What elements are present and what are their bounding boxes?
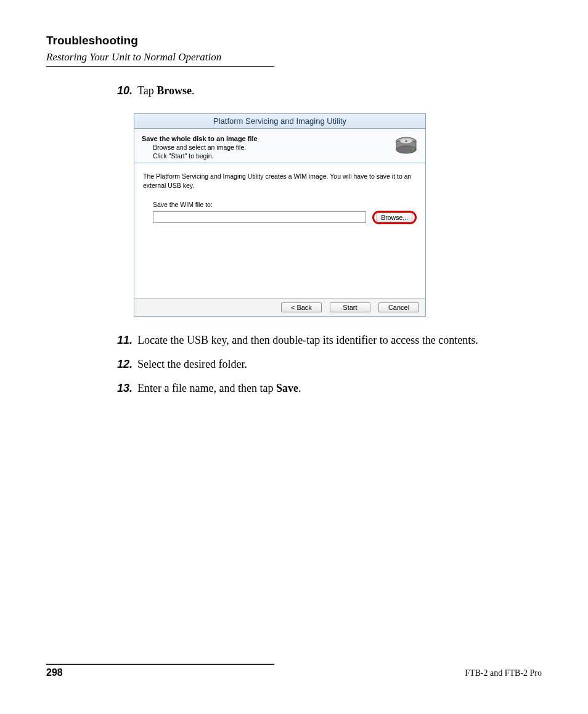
browse-highlight: Browse... — [372, 211, 417, 224]
save-path-input[interactable] — [153, 211, 366, 223]
dialog-instruction-1: Browse and select an image file. — [153, 144, 394, 152]
chapter-title: Troubleshooting — [46, 34, 542, 47]
step-number: 11. — [112, 333, 133, 348]
step-body: Tap Browse. — [137, 83, 542, 99]
section-title: Restoring Your Unit to Normal Operation — [46, 51, 542, 63]
step-body: Locate the USB key, and then double-tap … — [137, 333, 542, 348]
step-12: 12. Select the desired folder. — [112, 357, 542, 372]
step-13: 13. Enter a file name, and then tap Save… — [112, 381, 542, 396]
svg-point-2 — [396, 146, 416, 153]
svg-point-5 — [412, 148, 414, 150]
step-number: 13. — [112, 381, 133, 396]
dialog-subtitle: Save the whole disk to an image file — [142, 135, 394, 142]
page-number: 298 — [46, 667, 63, 678]
document-id: FTB-2 and FTB-2 Pro — [465, 668, 542, 678]
cancel-button[interactable]: Cancel — [378, 302, 419, 312]
page-footer: 298 FTB-2 and FTB-2 Pro — [46, 663, 542, 678]
browse-button[interactable]: Browse... — [377, 213, 412, 222]
save-path-label: Save the WIM file to: — [153, 201, 417, 208]
dialog-footer: < Back Start Cancel — [134, 298, 425, 316]
dialog-title: Platform Servicing and Imaging Utility — [134, 114, 425, 129]
step-post: . — [298, 382, 301, 394]
dialog-body: The Platform Servicing and Imaging Utili… — [134, 163, 425, 298]
step-post: . — [192, 84, 195, 97]
step-11: 11. Locate the USB key, and then double-… — [112, 333, 542, 348]
step-pre: Tap — [137, 84, 157, 97]
utility-dialog: Platform Servicing and Imaging Utility S… — [134, 113, 426, 317]
dialog-description: The Platform Servicing and Imaging Utili… — [143, 172, 417, 189]
step-pre: Enter a file name, and then tap — [137, 382, 276, 394]
dialog-instruction-2: Click "Start" to begin. — [153, 152, 394, 161]
step-body: Enter a file name, and then tap Save. — [137, 381, 542, 396]
step-bold: Save — [276, 382, 298, 394]
dialog-header: Save the whole disk to an image file Bro… — [134, 129, 425, 163]
header-rule — [46, 66, 274, 67]
step-number: 10. — [112, 83, 133, 99]
step-body: Select the desired folder. — [137, 357, 542, 372]
step-number: 12. — [112, 357, 133, 372]
footer-rule — [46, 663, 274, 665]
step-bold: Browse — [157, 84, 192, 97]
svg-point-4 — [406, 140, 407, 142]
step-10: 10. Tap Browse. — [112, 83, 542, 99]
start-button[interactable]: Start — [330, 302, 370, 312]
back-button[interactable]: < Back — [281, 302, 322, 312]
hard-disk-icon — [394, 135, 418, 160]
